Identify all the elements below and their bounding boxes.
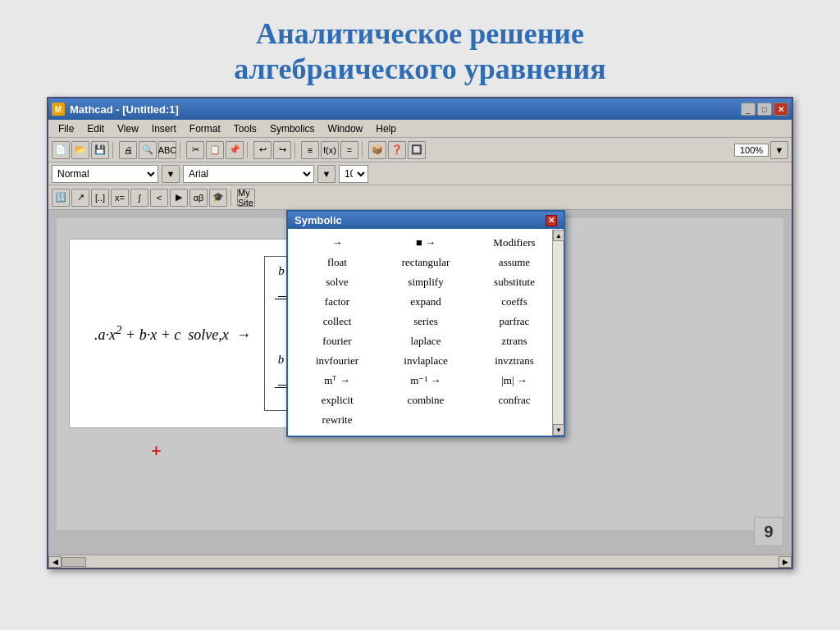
sym-determinant[interactable]: |m| → bbox=[470, 372, 559, 390]
symbolic-close-button[interactable]: ✕ bbox=[546, 215, 557, 226]
mathcad-icon: M bbox=[52, 103, 65, 116]
sym-inverse[interactable]: m⁻¹ → bbox=[381, 372, 470, 390]
paste-button[interactable]: 📌 bbox=[226, 141, 244, 159]
zoom-button[interactable]: 🔍 bbox=[139, 141, 157, 159]
sym-fourier[interactable]: fourier bbox=[293, 332, 381, 350]
scroll-thumb[interactable] bbox=[62, 557, 86, 567]
sym-row-2: solve simplify substitute bbox=[293, 273, 559, 291]
prog-button[interactable]: ▶ bbox=[170, 189, 188, 207]
menu-edit[interactable]: Edit bbox=[80, 122, 111, 135]
sym-parfrac[interactable]: parfrac bbox=[470, 313, 559, 331]
zoom-level[interactable]: 100% bbox=[734, 144, 769, 157]
sym-rewrite[interactable]: rewrite bbox=[293, 411, 381, 429]
help-button[interactable]: ❓ bbox=[388, 141, 406, 159]
extra-button[interactable]: 🔲 bbox=[408, 141, 426, 159]
sym-laplace[interactable]: laplace bbox=[381, 332, 470, 350]
sym-darrow[interactable]: ■ → bbox=[381, 234, 470, 252]
integral-button[interactable]: ∫ bbox=[130, 189, 148, 207]
spell-button[interactable]: ABC bbox=[158, 141, 176, 159]
sym-transpose[interactable]: mᵀ → bbox=[293, 372, 381, 390]
lt-button[interactable]: < bbox=[150, 189, 168, 207]
matrix2-button[interactable]: [..] bbox=[91, 189, 109, 207]
matrix-button[interactable]: = bbox=[340, 141, 358, 159]
bottom-scrollbar[interactable]: ◀ ▶ bbox=[48, 555, 792, 568]
page-number: 9 bbox=[754, 517, 783, 546]
sym-factor[interactable]: factor bbox=[293, 293, 381, 311]
sym-rectangular[interactable]: rectangular bbox=[381, 253, 470, 272]
graph2-button[interactable]: ↗ bbox=[71, 189, 89, 207]
menu-file[interactable]: File bbox=[52, 122, 80, 135]
close-button[interactable]: ✕ bbox=[774, 103, 788, 116]
sym-row-3: factor expand coeffs bbox=[293, 293, 559, 311]
print-button[interactable]: 🖨 bbox=[119, 141, 137, 159]
new-button[interactable]: 📄 bbox=[52, 141, 70, 159]
sym-arrow[interactable]: → bbox=[293, 234, 381, 252]
format-bar: Normal ▼ Arial ▼ 10 bbox=[48, 162, 792, 185]
menu-symbolics[interactable]: Symbolics bbox=[263, 122, 322, 135]
sym-substitute[interactable]: substitute bbox=[470, 273, 559, 291]
redo-button[interactable]: ↪ bbox=[273, 141, 291, 159]
sym-explicit[interactable]: explicit bbox=[293, 391, 381, 409]
menu-help[interactable]: Help bbox=[369, 122, 403, 135]
sym-row-6: invfourier invlaplace invztrans bbox=[293, 352, 559, 370]
maximize-button[interactable]: □ bbox=[757, 103, 772, 116]
sym-expand[interactable]: expand bbox=[381, 293, 470, 311]
calc2-button[interactable]: 🔢 bbox=[52, 189, 70, 207]
sym-confrac[interactable]: confrac bbox=[470, 391, 559, 409]
sym-row-7: mᵀ → m⁻¹ → |m| → bbox=[293, 372, 559, 390]
greek-button[interactable]: αβ bbox=[189, 189, 208, 207]
sym-assume[interactable]: assume bbox=[470, 253, 559, 272]
cut-button[interactable]: ✂ bbox=[186, 141, 204, 159]
size-select[interactable]: 10 bbox=[339, 165, 368, 183]
separator4 bbox=[294, 142, 298, 158]
sym-series[interactable]: series bbox=[381, 313, 470, 331]
sym-modifiers[interactable]: Modifiers bbox=[470, 234, 559, 252]
sym-simplify[interactable]: simplify bbox=[381, 273, 470, 291]
sym-row-8: explicit combine confrac bbox=[293, 391, 559, 409]
style-select[interactable]: Normal bbox=[52, 165, 158, 183]
xeq-button[interactable]: x= bbox=[111, 189, 129, 207]
sym-row-5: fourier laplace ztrans bbox=[293, 332, 559, 350]
copy-button[interactable]: 📋 bbox=[206, 141, 224, 159]
sym-invfourier[interactable]: invfourier bbox=[293, 352, 381, 370]
separator6 bbox=[231, 189, 234, 206]
site-button[interactable]: My Site bbox=[237, 189, 255, 207]
scroll-right-button[interactable]: ▶ bbox=[778, 556, 792, 568]
sym-empty-2 bbox=[470, 411, 559, 429]
style-dropdown[interactable]: ▼ bbox=[162, 165, 180, 183]
menu-view[interactable]: View bbox=[111, 122, 145, 135]
sym-solve[interactable]: solve bbox=[293, 273, 381, 291]
sym-collect[interactable]: collect bbox=[293, 313, 381, 331]
sym-empty-1 bbox=[381, 411, 470, 429]
calc-button[interactable]: f(x) bbox=[321, 141, 339, 159]
sym-row-4: collect series parfrac bbox=[293, 313, 559, 331]
sym-invlaplace[interactable]: invlaplace bbox=[381, 352, 470, 370]
graph-button[interactable]: ≡ bbox=[301, 141, 319, 159]
scroll-left-button[interactable]: ◀ bbox=[48, 556, 62, 568]
sym-ztrans[interactable]: ztrans bbox=[470, 332, 559, 350]
menu-format[interactable]: Format bbox=[183, 122, 227, 135]
open-button[interactable]: 📂 bbox=[71, 141, 89, 159]
font-select[interactable]: Arial bbox=[183, 165, 314, 183]
scroll-down-button[interactable]: ▼ bbox=[553, 424, 564, 436]
separator2 bbox=[180, 142, 183, 158]
scroll-up-button[interactable]: ▲ bbox=[553, 230, 564, 241]
sym-float[interactable]: float bbox=[293, 253, 381, 272]
sym-row-0: → ■ → Modifiers bbox=[293, 234, 559, 252]
resource-button[interactable]: 📦 bbox=[368, 141, 386, 159]
minimize-button[interactable]: _ bbox=[741, 103, 756, 116]
font-dropdown[interactable]: ▼ bbox=[317, 165, 336, 183]
save-button[interactable]: 💾 bbox=[91, 141, 109, 159]
menu-insert[interactable]: Insert bbox=[145, 122, 183, 135]
sym-row-9: rewrite bbox=[293, 411, 559, 429]
work-area: .a·x2 + b·x + c solve,x → b – bbox=[48, 210, 792, 555]
sym-coeffs[interactable]: coeffs bbox=[470, 293, 559, 311]
zoom-dropdown[interactable]: ▼ bbox=[770, 141, 788, 159]
sym-invztrans[interactable]: invztrans bbox=[470, 352, 559, 370]
slide-title: Аналитическое решение алгебраического ур… bbox=[234, 16, 606, 87]
undo-button[interactable]: ↩ bbox=[253, 141, 272, 159]
menu-tools[interactable]: Tools bbox=[227, 122, 263, 135]
hat-button[interactable]: 🎓 bbox=[209, 189, 227, 207]
sym-combine[interactable]: combine bbox=[381, 391, 470, 409]
menu-window[interactable]: Window bbox=[322, 122, 370, 135]
